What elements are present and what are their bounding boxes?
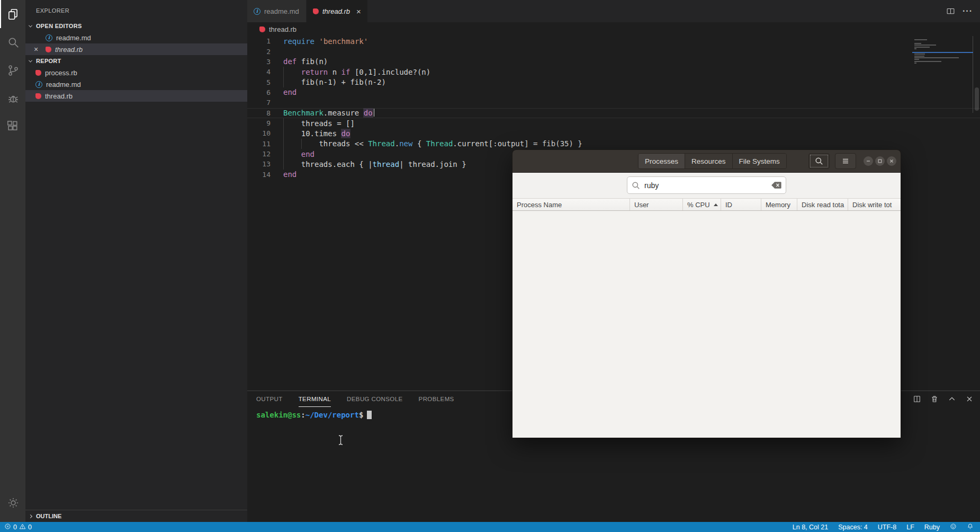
close-button[interactable] — [887, 156, 896, 166]
more-actions-icon[interactable]: ··· — [963, 6, 973, 16]
line-number: 7 — [247, 99, 271, 107]
split-editor-icon[interactable] — [946, 7, 955, 16]
column-header-disk-read-tota[interactable]: Disk read tota — [797, 199, 848, 210]
status-item-0[interactable]: 0 — [4, 523, 17, 531]
kill-terminal-icon[interactable] — [930, 395, 939, 403]
activity-item-source-control[interactable] — [0, 56, 25, 84]
report-folder-label: REPORT — [36, 58, 61, 64]
report-file-list: process.rbireadme.mdthread.rb — [25, 67, 247, 102]
code-line[interactable]: 7 — [247, 97, 980, 108]
maximize-icon — [877, 158, 883, 164]
process-search-entry[interactable] — [627, 176, 786, 194]
minimap-line — [912, 52, 973, 53]
tab-bar: ireadme.mdthread.rb× ··· — [247, 0, 980, 22]
editor-scrollbar[interactable] — [975, 87, 979, 111]
indent-guide — [283, 67, 284, 87]
status-item-bell-icon[interactable] — [967, 523, 974, 531]
tab-label: readme.md — [264, 7, 299, 15]
panel-tab-problems[interactable]: PROBLEMS — [419, 391, 454, 407]
panel-tab-output[interactable]: OUTPUT — [256, 391, 283, 407]
code-line[interactable]: 10 10.times do — [247, 128, 980, 138]
report-folder-header[interactable]: REPORT — [25, 55, 247, 67]
desktop: EXPLORER OPEN EDITORS ireadme.md×thread.… — [0, 0, 980, 532]
activity-item-search[interactable] — [0, 28, 25, 56]
code-line[interactable]: 3def fib(n) — [247, 57, 980, 67]
monitor-menu-button[interactable] — [835, 153, 856, 169]
column-header--cpu[interactable]: % CPU — [683, 199, 721, 210]
process-table-body[interactable] — [513, 211, 901, 438]
system-monitor-actions — [808, 153, 896, 169]
explorer-file-item[interactable]: process.rb — [25, 67, 247, 78]
open-editor-item[interactable]: ×thread.rb — [25, 43, 247, 55]
monitor-tab-resources[interactable]: Resources — [685, 154, 732, 169]
outline-section[interactable]: OUTLINE — [25, 510, 247, 522]
activity-item-debug[interactable] — [0, 84, 25, 112]
search-icon — [632, 181, 640, 190]
column-label: Disk read tota — [802, 201, 844, 209]
code-line[interactable]: 5 fib(n-1) + fib(n-2) — [247, 77, 980, 87]
editor-tab-thread.rb[interactable]: thread.rb× — [307, 0, 368, 22]
tab-label: thread.rb — [322, 7, 350, 15]
code-line[interactable]: 6end — [247, 87, 980, 97]
close-panel-icon[interactable] — [965, 395, 974, 403]
open-editors-header[interactable]: OPEN EDITORS — [25, 20, 247, 32]
open-editor-item[interactable]: ireadme.md — [25, 32, 247, 43]
minimap-line — [914, 61, 941, 62]
system-monitor-headerbar[interactable]: ProcessesResourcesFile Systems — [513, 150, 901, 173]
line-number: 11 — [247, 140, 271, 148]
status-item-lf[interactable]: LF — [906, 524, 914, 531]
clear-search-icon[interactable] — [771, 181, 781, 189]
code-line[interactable]: 8Benchmark.measure do — [247, 108, 980, 118]
line-content: require 'benchmark' — [271, 37, 368, 46]
minimap-line — [914, 45, 936, 46]
minimize-button[interactable] — [864, 156, 873, 166]
close-editor-icon[interactable]: × — [34, 46, 46, 53]
breadcrumb[interactable]: thread.rb — [247, 22, 980, 36]
explorer-file-item[interactable]: ireadme.md — [25, 78, 247, 90]
prompt-separator: : — [301, 411, 305, 419]
close-icon — [889, 158, 894, 164]
minimap-line — [914, 56, 924, 57]
column-header-memory[interactable]: Memory — [761, 199, 797, 210]
explorer-file-item[interactable]: thread.rb — [25, 90, 247, 102]
monitor-tab-processes[interactable]: Processes — [639, 154, 685, 169]
panel-tab-label: TERMINAL — [299, 396, 331, 402]
activity-item-extensions[interactable] — [0, 112, 25, 140]
status-item-spaces-4[interactable]: Spaces: 4 — [838, 524, 868, 531]
code-line[interactable]: 1require 'benchmark' — [247, 36, 980, 46]
process-table-header: Process NameUser% CPUIDMemoryDisk read t… — [513, 198, 901, 211]
status-item-feedback-icon[interactable] — [950, 523, 957, 531]
code-line[interactable]: 2 — [247, 46, 980, 56]
indent-guide — [301, 139, 302, 149]
panel-tab-terminal[interactable]: TERMINAL — [299, 391, 331, 407]
column-header-user[interactable]: User — [630, 199, 683, 210]
outline-label: OUTLINE — [36, 513, 61, 519]
monitor-search-button[interactable] — [808, 153, 830, 169]
minimap[interactable] — [912, 36, 973, 113]
column-header-process-name[interactable]: Process Name — [513, 199, 630, 210]
minimap-line — [914, 39, 927, 40]
monitor-tab-file-systems[interactable]: File Systems — [732, 154, 786, 169]
activity-item-settings[interactable] — [0, 489, 25, 517]
ruby-file-icon — [259, 26, 265, 32]
column-header-disk-write-tot[interactable]: Disk write tot — [848, 199, 901, 210]
editor-tab-readme.md[interactable]: ireadme.md — [247, 0, 307, 22]
status-item-0[interactable]: 0 — [19, 523, 32, 531]
maximize-panel-icon[interactable] — [948, 395, 956, 403]
status-item-ln-8-col-21[interactable]: Ln 8, Col 21 — [793, 524, 828, 531]
code-line[interactable]: 9 threads = [] — [247, 118, 980, 128]
feedback-icon — [950, 523, 957, 531]
panel-tab-label: OUTPUT — [256, 396, 283, 402]
column-header-id[interactable]: ID — [721, 199, 761, 210]
panel-tab-debug-console[interactable]: DEBUG CONSOLE — [347, 391, 403, 407]
split-terminal-icon[interactable] — [913, 395, 921, 403]
activity-item-explorer[interactable] — [0, 0, 25, 28]
status-item-utf-8[interactable]: UTF-8 — [878, 524, 896, 531]
status-item-ruby[interactable]: Ruby — [924, 524, 940, 531]
code-line[interactable]: 4 return n if [0,1].include?(n) — [247, 67, 980, 77]
code-line[interactable]: 11 threads << Thread.new { Thread.curren… — [247, 139, 980, 149]
maximize-button[interactable] — [875, 156, 885, 166]
process-search-input[interactable] — [644, 181, 771, 190]
status-label: 0 — [28, 524, 32, 531]
close-tab-icon[interactable]: × — [356, 7, 361, 15]
